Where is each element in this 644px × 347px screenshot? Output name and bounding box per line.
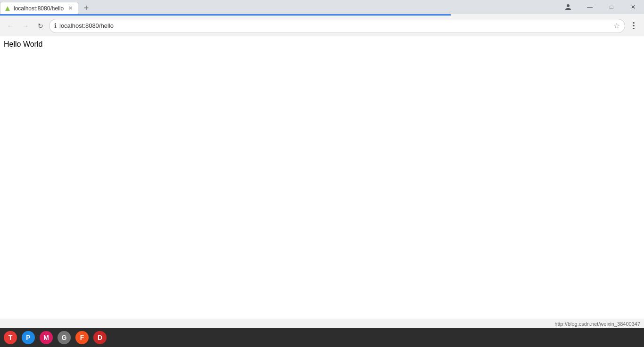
menu-dot-2	[633, 25, 635, 26]
tab-favicon	[4, 5, 11, 12]
svg-point-1	[567, 4, 570, 7]
taskbar-icon-0[interactable]: T	[2, 329, 19, 346]
taskbar-app-icon-4: F	[75, 331, 89, 344]
minimize-button[interactable]: —	[579, 0, 601, 14]
address-bar[interactable]: ℹ ☆	[49, 19, 625, 33]
svg-marker-0	[5, 6, 10, 11]
taskbar-app-icon-2: M	[40, 331, 53, 344]
tab-strip: localhost:8080/hello ✕ +	[0, 0, 92, 14]
taskbar-icon-2[interactable]: M	[38, 329, 55, 346]
maximize-button[interactable]: □	[601, 0, 622, 14]
status-url: http://blog.csdn.net/weixin_38400347	[554, 321, 640, 327]
secure-icon: ℹ	[54, 22, 57, 29]
profile-button[interactable]	[557, 0, 579, 14]
menu-dot-3	[633, 28, 635, 29]
bookmark-star-icon[interactable]: ☆	[613, 21, 620, 30]
loading-progress	[0, 14, 451, 16]
menu-button[interactable]	[627, 19, 640, 33]
taskbar-app-icon-0: T	[4, 331, 17, 344]
tab-close-button[interactable]: ✕	[66, 5, 74, 12]
profile-icon	[564, 3, 572, 11]
taskbar-icon-1[interactable]: P	[20, 329, 37, 346]
taskbar-icon-5[interactable]: D	[91, 329, 108, 346]
taskbar: T P M G F D	[0, 328, 644, 347]
title-bar: localhost:8080/hello ✕ + — □ ✕	[0, 0, 644, 14]
window-controls: — □ ✕	[557, 0, 644, 14]
address-input[interactable]	[59, 22, 611, 29]
forward-button[interactable]: →	[19, 19, 32, 33]
menu-dot-1	[633, 22, 635, 24]
taskbar-app-icon-3: G	[58, 331, 71, 344]
back-button[interactable]: ←	[4, 19, 17, 33]
taskbar-app-icon-5: D	[93, 331, 107, 344]
nav-bar: ← → ↻ ℹ ☆	[0, 16, 644, 36]
tab-title: localhost:8080/hello	[14, 5, 64, 12]
loading-bar	[0, 14, 644, 16]
new-tab-button[interactable]: +	[80, 2, 92, 14]
taskbar-icon-3[interactable]: G	[56, 329, 73, 346]
hello-world-text: Hello World	[4, 40, 42, 48]
taskbar-app-icon-1: P	[22, 331, 35, 344]
browser-window: localhost:8080/hello ✕ + — □ ✕	[0, 0, 644, 347]
status-bar: http://blog.csdn.net/weixin_38400347	[0, 319, 644, 328]
active-tab[interactable]: localhost:8080/hello ✕	[0, 2, 78, 14]
refresh-button[interactable]: ↻	[34, 19, 47, 33]
close-button[interactable]: ✕	[622, 0, 644, 14]
taskbar-icon-4[interactable]: F	[74, 329, 91, 346]
page-content: Hello World	[0, 36, 644, 319]
